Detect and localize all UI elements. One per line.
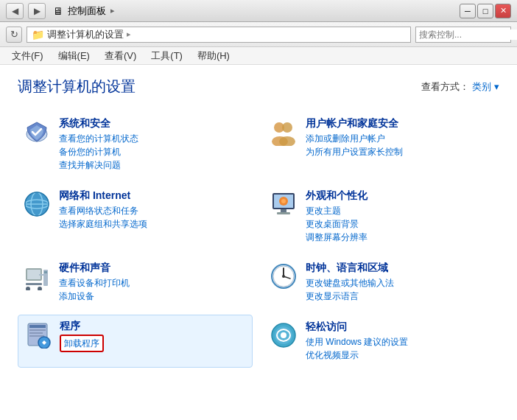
hardware-icon xyxy=(22,262,52,291)
ease-subtitles: 使用 Windows 建议的设置 优化视频显示 xyxy=(306,335,408,362)
search-bar[interactable]: 🔍 xyxy=(415,27,511,43)
menu-help[interactable]: 帮助(H) xyxy=(191,48,236,64)
ease-text: 轻松访问 使用 Windows 建议的设置 优化视频显示 xyxy=(306,321,408,362)
system-security-title[interactable]: 系统和安全 xyxy=(59,117,138,130)
close-button[interactable]: ✕ xyxy=(495,4,511,18)
system-security-sub2[interactable]: 备份您的计算机 xyxy=(59,145,138,158)
menu-view[interactable]: 查看(V) xyxy=(99,48,142,64)
svg-rect-13 xyxy=(277,212,290,214)
user-accounts-sub1[interactable]: 添加或删除用户帐户 xyxy=(306,132,403,145)
cp-item-appearance[interactable]: 外观和个性化 更改主题 更改桌面背景 调整屏幕分辨率 xyxy=(264,183,499,250)
window-icon: 🖥 xyxy=(53,5,63,17)
svg-rect-12 xyxy=(281,209,286,212)
navigation-bar: ↻ 📁 调整计算机的设置 ▸ 🔍 xyxy=(0,22,517,47)
window-controls: ─ □ ✕ xyxy=(460,4,511,18)
ease-sub2[interactable]: 优化视频显示 xyxy=(306,349,408,362)
cp-item-system-security[interactable]: 系统和安全 查看您的计算机状态 备份您的计算机 查找并解决问题 xyxy=(18,111,253,178)
user-accounts-sub2[interactable]: 为所有用户设置家长控制 xyxy=(306,145,403,158)
network-sub2[interactable]: 选择家庭组和共享选项 xyxy=(59,217,147,231)
svg-rect-21 xyxy=(26,283,42,285)
hardware-text: 硬件和声音 查看设备和打印机 添加设备 xyxy=(59,262,130,303)
user-accounts-text: 用户帐户和家庭安全 添加或删除用户帐户 为所有用户设置家长控制 xyxy=(306,117,403,158)
network-sub1[interactable]: 查看网络状态和任务 xyxy=(59,204,147,217)
system-security-icon xyxy=(22,117,52,147)
clock-sub1[interactable]: 更改键盘或其他输入法 xyxy=(306,276,394,290)
address-text: 调整计算机的设置 xyxy=(47,28,124,41)
address-arrow: ▸ xyxy=(127,29,131,39)
main-content: 调整计算机的设置 查看方式： 类别 ▾ 系统和安全 查看您的计算机状态 备份您的 xyxy=(0,65,517,420)
search-input[interactable] xyxy=(416,29,517,40)
view-label: 查看方式： xyxy=(421,80,469,94)
svg-rect-20 xyxy=(39,274,43,276)
menu-file[interactable]: 文件(F) xyxy=(6,48,49,64)
svg-point-23 xyxy=(38,287,42,290)
minimize-button[interactable]: ─ xyxy=(460,4,476,18)
ease-sub1[interactable]: 使用 Windows 建议的设置 xyxy=(306,335,408,349)
svg-point-22 xyxy=(26,287,30,290)
ease-icon xyxy=(269,321,298,350)
title-text: 控制面板 xyxy=(68,4,106,18)
hardware-sub2[interactable]: 添加设备 xyxy=(59,290,130,303)
network-subtitles: 查看网络状态和任务 选择家庭组和共享选项 xyxy=(59,204,147,231)
svg-point-15 xyxy=(281,199,286,203)
network-text: 网络和 Internet 查看网络状态和任务 选择家庭组和共享选项 xyxy=(59,189,147,231)
svg-point-37 xyxy=(281,332,286,338)
system-security-subtitles: 查看您的计算机状态 备份您的计算机 查找并解决问题 xyxy=(59,132,138,172)
cp-item-hardware[interactable]: 硬件和声音 查看设备和打印机 添加设备 xyxy=(18,256,253,309)
page-title: 调整计算机的设置 xyxy=(18,77,136,97)
title-bar-left: ◀ ▶ 🖥 控制面板 ▸ xyxy=(6,3,115,19)
svg-rect-19 xyxy=(44,271,47,273)
clock-title[interactable]: 时钟、语言和区域 xyxy=(306,262,394,275)
cp-item-ease[interactable]: 轻松访问 使用 Windows 建议的设置 优化视频显示 xyxy=(264,315,499,368)
svg-rect-30 xyxy=(29,325,46,328)
clock-sub2[interactable]: 更改显示语言 xyxy=(306,290,394,303)
folder-icon: 📁 xyxy=(32,29,44,41)
svg-rect-31 xyxy=(29,329,46,331)
maximize-button[interactable]: □ xyxy=(477,4,493,18)
clock-subtitles: 更改键盘或其他输入法 更改显示语言 xyxy=(306,276,394,303)
svg-rect-17 xyxy=(27,270,41,279)
ease-title[interactable]: 轻松访问 xyxy=(306,321,408,334)
view-selector: 查看方式： 类别 ▾ xyxy=(421,80,499,94)
programs-icon xyxy=(23,320,52,349)
appearance-icon xyxy=(269,189,298,219)
content-header: 调整计算机的设置 查看方式： 类别 ▾ xyxy=(18,77,499,97)
view-mode-link[interactable]: 类别 ▾ xyxy=(472,80,499,94)
cp-item-network[interactable]: 网络和 Internet 查看网络状态和任务 选择家庭组和共享选项 xyxy=(18,183,253,250)
network-icon xyxy=(22,189,52,219)
appearance-title[interactable]: 外观和个性化 xyxy=(306,189,367,203)
menu-bar: 文件(F) 编辑(E) 查看(V) 工具(T) 帮助(H) xyxy=(0,47,517,65)
svg-point-2 xyxy=(282,122,292,133)
back-button[interactable]: ◀ xyxy=(6,3,24,19)
appearance-sub2[interactable]: 更改桌面背景 xyxy=(306,217,367,231)
title-bar: ◀ ▶ 🖥 控制面板 ▸ ─ □ ✕ xyxy=(0,0,517,22)
menu-edit[interactable]: 编辑(E) xyxy=(52,48,96,64)
clock-icon xyxy=(269,262,298,291)
programs-text: 程序 卸载程序 xyxy=(60,320,104,352)
user-accounts-icon xyxy=(269,117,298,147)
programs-title[interactable]: 程序 xyxy=(60,320,104,333)
clock-text: 时钟、语言和区域 更改键盘或其他输入法 更改显示语言 xyxy=(306,262,394,303)
address-bar[interactable]: 📁 调整计算机的设置 ▸ xyxy=(27,27,411,43)
user-accounts-subtitles: 添加或删除用户帐户 为所有用户设置家长控制 xyxy=(306,132,403,158)
svg-rect-33 xyxy=(29,335,44,337)
system-security-sub3[interactable]: 查找并解决问题 xyxy=(59,158,138,172)
programs-sub1[interactable]: 卸载程序 xyxy=(60,335,104,352)
refresh-button[interactable]: ↻ xyxy=(6,27,22,43)
breadcrumb-arrow: ▸ xyxy=(110,6,115,15)
system-security-sub1[interactable]: 查看您的计算机状态 xyxy=(59,132,138,145)
hardware-sub1[interactable]: 查看设备和打印机 xyxy=(59,276,130,290)
appearance-text: 外观和个性化 更改主题 更改桌面背景 调整屏幕分辨率 xyxy=(306,189,367,244)
network-title[interactable]: 网络和 Internet xyxy=(59,189,147,203)
cp-item-clock[interactable]: 时钟、语言和区域 更改键盘或其他输入法 更改显示语言 xyxy=(264,256,499,309)
forward-button[interactable]: ▶ xyxy=(28,3,46,19)
svg-point-28 xyxy=(282,275,285,278)
cp-item-programs[interactable]: 程序 卸载程序 xyxy=(18,315,253,368)
items-grid: 系统和安全 查看您的计算机状态 备份您的计算机 查找并解决问题 用户帐户和家 xyxy=(18,111,499,368)
user-accounts-title[interactable]: 用户帐户和家庭安全 xyxy=(306,117,403,130)
menu-tools[interactable]: 工具(T) xyxy=(145,48,189,64)
cp-item-user-accounts[interactable]: 用户帐户和家庭安全 添加或删除用户帐户 为所有用户设置家长控制 xyxy=(264,111,499,178)
appearance-sub3[interactable]: 调整屏幕分辨率 xyxy=(306,231,367,244)
appearance-sub1[interactable]: 更改主题 xyxy=(306,204,367,217)
hardware-title[interactable]: 硬件和声音 xyxy=(59,262,130,275)
